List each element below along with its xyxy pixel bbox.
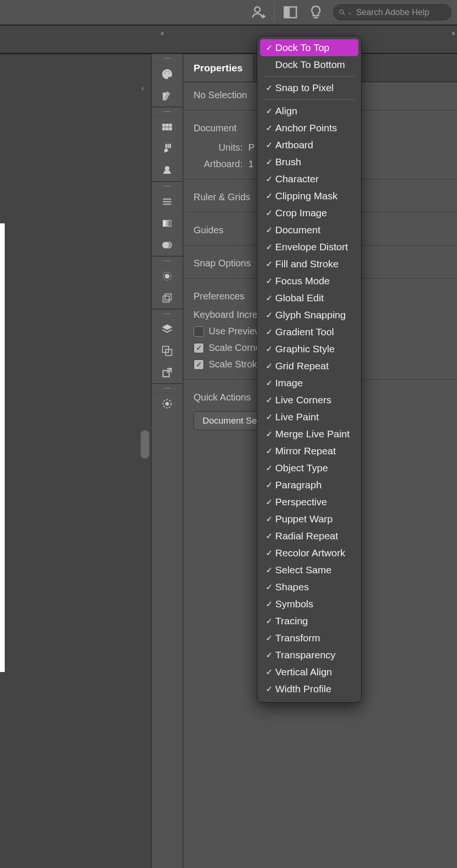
menu-item[interactable]: ✓Radial Repeat [257,528,361,545]
menu-item[interactable]: ✓Perspective [257,494,361,511]
canvas-area[interactable]: ‹ [0,54,151,868]
svg-rect-12 [169,124,171,127]
collapse-panels-button[interactable]: ‹‹ [161,29,163,37]
menu-item[interactable]: ✓Tracing [257,613,361,630]
menu-item[interactable]: ✓Crop Image [257,204,361,221]
menu-item[interactable]: ✓Document [257,221,361,238]
panel-collapse-chevron-icon[interactable]: ‹ [142,85,144,92]
checkmark-icon: ✓ [264,293,274,303]
dock-group-grip[interactable]: ┉┉┉ [152,383,183,393]
menu-item-label: Character [275,173,319,185]
checkmark-icon: ✓ [264,599,274,609]
menu-item-label: Document [275,224,321,236]
user-add-icon[interactable] [251,4,267,20]
menu-item[interactable]: ✓Image [257,374,361,391]
app-topbar: ⌄ [0,0,457,26]
use-preview-bounds-checkbox[interactable]: ✓ [194,326,204,337]
checkmark-icon: ✓ [264,327,274,337]
menu-item[interactable]: ✓Object Type [257,460,361,477]
scale-corners-checkbox[interactable]: ✓ [194,343,204,353]
swatches-icon[interactable] [152,116,183,138]
menu-item[interactable]: ✓Brush [257,153,361,170]
svg-rect-10 [162,124,165,127]
menu-item-label: Radial Repeat [275,530,338,542]
menu-item[interactable]: ✓Puppet Warp [257,511,361,528]
vertical-scrollbar-thumb[interactable] [141,430,149,459]
menu-item[interactable]: ✓Fill and Stroke [257,255,361,272]
menu-item[interactable]: ✓Glyph Snapping [257,306,361,323]
transparency-icon[interactable] [152,234,183,256]
checkmark-icon: ✓ [264,565,274,575]
menu-item[interactable]: ✓Vertical Align [257,664,361,681]
menu-item[interactable]: ✓Clipping Mask [257,187,361,204]
expand-panels-button[interactable]: ›› [452,29,454,37]
menu-item[interactable]: ✓Snap to Pixel [257,79,361,96]
artboard-value[interactable]: 1 [248,159,254,170]
artboard-canvas[interactable] [0,223,5,672]
gradient-icon[interactable] [152,213,183,234]
menu-item[interactable]: ✓Dock To Bottom [257,56,361,73]
graphicstyles-icon[interactable] [152,287,183,309]
menu-item[interactable]: ✓Shapes [257,579,361,596]
units-value[interactable]: P [248,142,254,153]
menu-item[interactable]: ✓Dock To Top [260,39,358,56]
help-search[interactable]: ⌄ [333,4,451,20]
menu-item-label: Global Edit [275,292,324,304]
checkmark-icon: ✓ [264,361,274,371]
menu-item-label: Dock To Top [275,42,330,53]
menu-item[interactable]: ✓Paragraph [257,477,361,494]
dock-group-grip[interactable]: ┉┉┉ [152,256,183,265]
menu-item[interactable]: ✓Transparency [257,647,361,664]
menu-item[interactable]: ✓Graphic Style [257,340,361,357]
search-dropdown-chevron-icon[interactable]: ⌄ [347,9,352,16]
menu-item[interactable]: ✓Select Same [257,562,361,579]
menu-item[interactable]: ✓Character [257,170,361,187]
menu-item[interactable]: ✓Align [257,102,361,119]
menu-item[interactable]: ✓Symbols [257,596,361,613]
dock-group-grip[interactable]: ┉┉┉ [152,181,183,191]
checkmark-icon: ✓ [264,123,274,133]
menu-item[interactable]: ✓Anchor Points [257,119,361,136]
menu-item-label: Width Profile [275,683,331,695]
scale-strokes-checkbox[interactable]: ✓ [194,359,204,370]
menu-item[interactable]: ✓Grid Repeat [257,357,361,374]
menu-item-label: Vertical Align [275,666,332,678]
menu-item[interactable]: ✓Recolor Artwork [257,545,361,562]
menu-item-label: Transform [275,632,320,644]
menu-item[interactable]: ✓Global Edit [257,289,361,306]
appearance-icon[interactable] [152,265,183,287]
menu-item[interactable]: ✓Envelope Distort [257,238,361,255]
colorguide-icon[interactable] [152,85,183,107]
arrange-documents-icon[interactable] [282,4,298,20]
symbols-solid-icon[interactable] [152,160,183,181]
menu-item[interactable]: ✓Artboard [257,136,361,153]
menu-item[interactable]: ✓Transform [257,630,361,647]
menu-item[interactable]: ✓Gradient Tool [257,323,361,340]
dock-group-grip[interactable]: ┉┉┉ [152,54,183,63]
menu-divider [264,99,355,100]
menu-item[interactable]: ✓Width Profile [257,681,361,698]
checkmark-icon: ✓ [264,531,274,541]
tab-properties[interactable]: Properties [183,54,254,82]
menu-item[interactable]: ✓Merge Live Paint [257,425,361,443]
menu-item-label: Merge Live Paint [275,428,350,440]
links-popout-icon[interactable] [152,362,183,383]
asset-export-icon[interactable] [152,393,183,415]
artboards-icon[interactable] [152,340,183,362]
menu-item[interactable]: ✓Focus Mode [257,272,361,289]
checkmark-icon: ✓ [264,463,274,473]
dock-group-grip[interactable]: ┉┉┉ [152,107,183,116]
checkmark-icon: ✓ [264,106,274,116]
menu-item[interactable]: ✓Mirror Repeat [257,443,361,460]
menu-item[interactable]: ✓Live Paint [257,408,361,425]
dock-group-grip[interactable]: ┉┉┉ [152,309,183,318]
checkmark-icon: ✓ [264,344,274,354]
layers-icon[interactable] [152,318,183,340]
palette-icon[interactable] [152,63,183,85]
stroke-icon[interactable] [152,191,183,213]
brushes-icon[interactable] [152,138,183,160]
menu-item[interactable]: ✓Live Corners [257,391,361,408]
search-input[interactable] [355,7,446,18]
discover-lightbulb-icon[interactable] [308,4,324,20]
svg-rect-28 [165,294,171,300]
